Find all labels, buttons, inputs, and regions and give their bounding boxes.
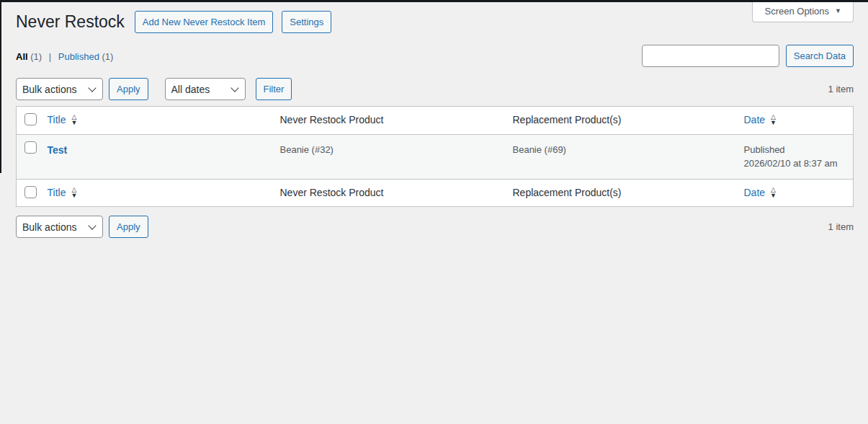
sort-desc-icon: ▼ [71,120,77,125]
sort-by-title-header[interactable]: Title △ ▼ [48,113,78,128]
add-new-item-button[interactable]: Add New Never Restock Item [135,11,274,33]
sort-arrows-icon: △ ▼ [71,115,77,125]
search-input[interactable] [642,45,779,67]
dates-filter-select[interactable]: All dates [165,78,246,100]
bulk-actions-select-bottom[interactable]: Bulk actions [16,216,103,238]
admin-page-content: Never Restock Add New Never Restock Item… [0,0,868,238]
views-and-search-row: All (1) | Published (1) Search Data [16,45,854,67]
sort-by-title-footer[interactable]: Title △ ▼ [48,186,78,200]
apply-button[interactable]: Apply [109,78,148,100]
bulk-actions-select[interactable]: Bulk actions [16,78,103,100]
bulk-actions-select-wrap-bottom: Bulk actions [16,216,103,238]
table-header: Title △ ▼ Never Restock Product Replacem… [17,107,854,135]
view-all-link[interactable]: All [16,51,28,62]
replacement-column-header: Replacement Product(s) [506,107,737,135]
table-header-row: Title △ ▼ Never Restock Product Replacem… [17,107,854,135]
page-title: Never Restock [16,12,125,32]
view-all-count: (1) [30,51,42,62]
window-top-edge [0,0,868,2]
select-all-checkbox-top[interactable] [24,113,37,125]
row-status: Published [744,143,846,157]
product-column-header: Never Restock Product [273,107,506,135]
screen-options-button[interactable]: Screen Options ▼ [752,2,854,22]
tablenav-bottom: Bulk actions Apply 1 item [16,216,854,238]
row-date-cell: Published 2026/02/10 at 8:37 am [737,134,854,179]
sort-by-date-footer[interactable]: Date △ ▼ [744,186,777,200]
window-left-edge [0,0,1,173]
sort-desc-icon: ▼ [770,120,777,125]
screen-options-label: Screen Options [764,6,829,17]
row-date: 2026/02/10 at 8:37 am [744,156,846,171]
screen-meta-links: Screen Options ▼ [752,2,854,22]
search-data-button[interactable]: Search Data [786,45,854,67]
row-title-link[interactable]: Test [48,144,68,156]
table-body: Test Beanie (#32) Beanie (#69) Published… [17,134,854,179]
sort-arrows-icon: △ ▼ [770,115,777,125]
item-count: 1 item [828,84,854,94]
dates-select-wrap: All dates [165,78,246,100]
settings-button[interactable]: Settings [282,11,331,33]
item-count-bottom: 1 item [828,221,854,232]
table-footer-row: Title △ ▼ Never Restock Product Replacem… [17,179,854,207]
sort-arrows-icon: △ ▼ [770,187,777,198]
never-restock-list-table: Title △ ▼ Never Restock Product Replacem… [16,106,854,207]
search-box: Search Data [642,45,854,67]
replacement-column-footer: Replacement Product(s) [506,179,737,207]
bulk-actions-select-wrap: Bulk actions [16,78,103,100]
filter-button[interactable]: Filter [256,78,292,100]
view-filter-links: All (1) | Published (1) [16,45,113,62]
tablenav-top: Bulk actions Apply All dates Filter 1 it… [16,78,854,100]
chevron-down-icon: ▼ [835,8,841,15]
view-published-link[interactable]: Published [58,51,99,62]
sort-desc-icon: ▼ [770,193,777,198]
sort-by-date-header[interactable]: Date △ ▼ [744,113,777,128]
view-separator: | [49,51,51,62]
apply-button-bottom[interactable]: Apply [109,216,148,238]
page-header: Never Restock Add New Never Restock Item… [16,0,854,33]
table-row: Test Beanie (#32) Beanie (#69) Published… [17,134,854,179]
product-column-footer: Never Restock Product [273,179,506,207]
select-all-checkbox-bottom[interactable] [24,186,37,198]
table-footer: Title △ ▼ Never Restock Product Replacem… [17,179,854,207]
row-checkbox[interactable] [24,141,37,154]
row-replacement-cell: Beanie (#69) [506,134,737,179]
sort-arrows-icon: △ ▼ [71,187,77,198]
row-product-cell: Beanie (#32) [273,134,506,179]
view-published-count: (1) [102,51,114,62]
sort-desc-icon: ▼ [71,193,77,198]
